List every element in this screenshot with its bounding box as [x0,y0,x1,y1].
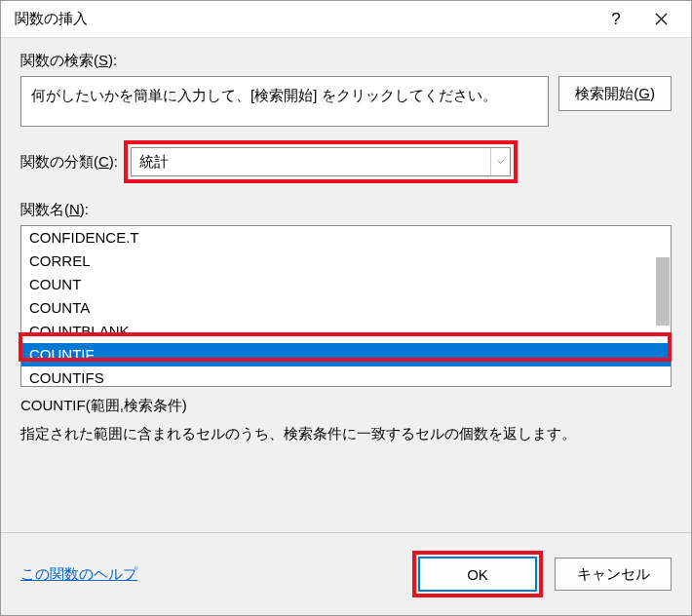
insert-function-dialog: 関数の挿入 ? 関数の検索(S): 何がしたいかを簡単に入力して、[検索開始] … [0,0,692,616]
list-item[interactable]: COUNTIF [21,343,671,366]
category-highlight: 統計 [124,140,518,183]
function-name-label: 関数名(N): [20,201,672,219]
dialog-footer: この関数のヘルプ OK キャンセル [1,532,691,615]
category-value: 統計 [139,153,490,172]
list-item[interactable]: CONFIDENCE.T [21,226,671,250]
ok-highlight: OK [412,551,543,597]
function-syntax: COUNTIF(範囲,検索条件) [20,397,672,415]
list-item[interactable]: CORREL [21,250,671,273]
category-dropdown[interactable]: 統計 [131,147,511,176]
ok-button[interactable]: OK [419,558,536,591]
function-listbox-container: CONFIDENCE.T CORREL COUNT COUNTA COUNTBL… [20,225,672,387]
list-item[interactable]: COUNTIFS [21,366,671,387]
close-icon [655,13,668,25]
category-row: 関数の分類(C): 統計 [20,140,672,183]
function-listbox[interactable]: CONFIDENCE.T CORREL COUNT COUNTA COUNTBL… [20,225,672,387]
dialog-body: 関数の検索(S): 何がしたいかを簡単に入力して、[検索開始] をクリックしてく… [1,38,691,532]
list-item[interactable]: COUNT [21,273,671,296]
search-input[interactable]: 何がしたいかを簡単に入力して、[検索開始] をクリックしてください。 [20,76,549,127]
cancel-button[interactable]: キャンセル [555,558,672,591]
category-label: 関数の分類(C): [20,153,118,172]
help-link[interactable]: この関数のヘルプ [20,565,137,584]
search-label: 関数の検索(S): [20,52,672,70]
titlebar: 関数の挿入 ? [1,1,691,38]
chevron-down-icon [490,148,510,175]
dialog-title: 関数の挿入 [15,10,594,28]
close-button[interactable] [638,4,683,35]
list-item[interactable]: COUNTA [21,296,671,320]
function-description: 指定された範囲に含まれるセルのうち、検索条件に一致するセルの個数を返します。 [20,423,672,445]
search-row: 何がしたいかを簡単に入力して、[検索開始] をクリックしてください。 検索開始(… [20,76,672,127]
scrollbar-thumb[interactable] [656,257,670,326]
go-button[interactable]: 検索開始(G) [558,76,672,111]
list-item[interactable]: COUNTBLANK [21,320,671,343]
help-button[interactable]: ? [594,4,638,35]
